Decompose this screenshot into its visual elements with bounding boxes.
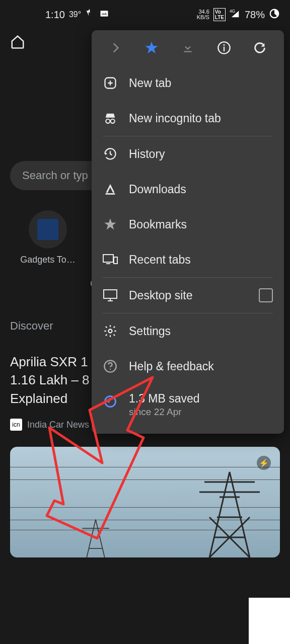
temperature: 39°: [69, 10, 81, 19]
download-icon[interactable]: [180, 40, 195, 55]
menu-incognito[interactable]: New incognito tab: [92, 101, 284, 136]
menu-label: Help & feedback: [129, 360, 214, 373]
menu-bookmarks[interactable]: Bookmarks: [92, 207, 284, 242]
menu-label: Recent tabs: [129, 253, 191, 267]
menu-label: Settings: [129, 325, 171, 338]
bookmarks-icon: [103, 217, 118, 232]
svg-rect-5: [223, 47, 224, 51]
history-icon: [103, 146, 118, 162]
amp-icon: ⚡: [257, 456, 271, 470]
battery-percent: 78%: [245, 9, 265, 21]
menu-label: Desktop site: [129, 289, 193, 302]
help-icon: [103, 359, 118, 374]
signal-icon: 4G: [230, 9, 241, 21]
desktop-icon: [103, 288, 118, 303]
svg-rect-9: [103, 255, 113, 262]
data-saved-label: 1.3 MB saved: [129, 392, 200, 406]
feed-image-card[interactable]: ⚡: [10, 447, 280, 557]
volte-icon: VoLTE: [213, 8, 226, 21]
data-saver-icon: [103, 394, 118, 409]
incognito-icon: [103, 111, 118, 126]
svg-rect-10: [114, 257, 117, 264]
svg-point-8: [111, 119, 115, 123]
menu-desktop-site[interactable]: Desktop site: [92, 278, 284, 313]
forward-icon[interactable]: [108, 40, 123, 55]
menu-history[interactable]: History: [92, 136, 284, 172]
home-icon[interactable]: [10, 34, 25, 51]
article-source: India Car News: [27, 420, 89, 430]
svg-point-4: [223, 44, 225, 46]
power-tower-icon: [81, 517, 111, 557]
chrome-menu: New tab New incognito tab History Downlo…: [92, 30, 284, 434]
shortcut-gadgets[interactable]: Gadgets To…: [20, 210, 76, 289]
menu-label: Bookmarks: [129, 218, 187, 231]
search-placeholder: Search or typ: [22, 169, 88, 182]
svg-text:4G: 4G: [230, 9, 235, 14]
svg-point-14: [110, 369, 111, 370]
data-rate: 34.6KB/S: [197, 9, 209, 20]
svg-point-15: [105, 396, 116, 407]
source-icon: icn: [10, 419, 22, 431]
clock: 1:10: [45, 9, 65, 21]
svg-point-12: [109, 330, 112, 333]
svg-rect-0: [101, 11, 108, 17]
downloads-icon: [103, 182, 118, 197]
svg-rect-11: [104, 290, 117, 298]
svg-point-7: [106, 119, 110, 123]
white-overlay: [249, 598, 290, 644]
data-since-label: since 22 Apr: [129, 407, 200, 418]
recent-tabs-icon: [103, 252, 118, 267]
menu-help[interactable]: Help & feedback: [92, 349, 284, 384]
power-tower-icon: [199, 467, 260, 557]
status-bar: 1:10 39° 34.6KB/S VoLTE 4G 78%: [0, 0, 290, 25]
menu-new-tab[interactable]: New tab: [92, 65, 284, 101]
screenshot-icon: [99, 9, 109, 21]
weather-icon: [85, 9, 95, 21]
desktop-checkbox[interactable]: [259, 288, 273, 302]
reload-icon[interactable]: [252, 40, 267, 55]
menu-label: Downloads: [129, 183, 186, 196]
menu-settings[interactable]: Settings: [92, 313, 284, 349]
menu-label: New incognito tab: [129, 112, 221, 125]
menu-downloads[interactable]: Downloads: [92, 172, 284, 207]
menu-label: New tab: [129, 76, 171, 90]
battery-icon: [269, 8, 280, 22]
gear-icon: [103, 324, 118, 339]
menu-data-saver[interactable]: 1.3 MB saved since 22 Apr: [92, 384, 284, 428]
new-tab-icon: [103, 75, 118, 91]
bookmark-star-icon[interactable]: [144, 40, 159, 55]
menu-label: History: [129, 147, 165, 161]
info-icon[interactable]: [216, 40, 232, 55]
menu-recent-tabs[interactable]: Recent tabs: [92, 242, 284, 277]
